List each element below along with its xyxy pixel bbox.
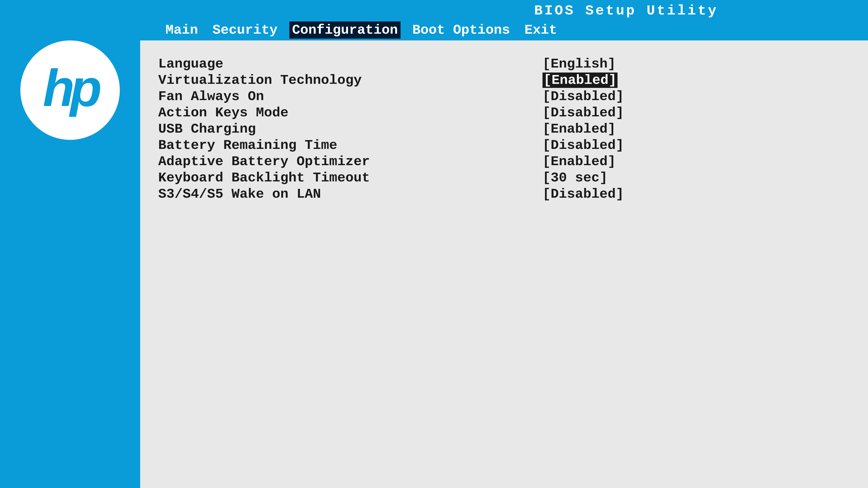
setting-label: Keyboard Backlight Timeout (158, 170, 542, 186)
tab-security[interactable]: Security (210, 22, 280, 39)
setting-value[interactable]: [Disabled] (542, 138, 624, 153)
setting-label: Fan Always On (158, 89, 542, 104)
setting-label: USB Charging (158, 121, 542, 137)
setting-language[interactable]: Language [English] (158, 56, 850, 72)
setting-virtualization[interactable]: Virtualization Technology [Enabled] (158, 72, 850, 88)
tab-exit[interactable]: Exit (522, 22, 560, 39)
settings-panel: Language [English] Virtualization Techno… (140, 40, 868, 488)
setting-action-keys[interactable]: Action Keys Mode [Disabled] (158, 105, 850, 121)
setting-label: Battery Remaining Time (158, 138, 542, 153)
bios-header: BIOS Setup Utility Main Security Configu… (0, 0, 868, 40)
setting-battery-time[interactable]: Battery Remaining Time [Disabled] (158, 138, 850, 153)
setting-value[interactable]: [30 sec] (542, 170, 608, 186)
setting-label: Action Keys Mode (158, 105, 542, 121)
main-area: hp Language [English] Virtualization Tec… (0, 40, 868, 488)
setting-value[interactable]: [Enabled] (542, 154, 616, 169)
setting-label: S3/S4/S5 Wake on LAN (158, 186, 542, 202)
setting-label: Language (158, 56, 542, 72)
tab-main[interactable]: Main (163, 22, 201, 39)
setting-fan[interactable]: Fan Always On [Disabled] (158, 89, 850, 104)
tabs-row: Main Security Configuration Boot Options… (0, 19, 868, 40)
tab-boot-options[interactable]: Boot Options (410, 22, 513, 39)
setting-keyboard-backlight[interactable]: Keyboard Backlight Timeout [30 sec] (158, 170, 850, 186)
setting-value[interactable]: [Enabled] (542, 72, 618, 88)
setting-wake-on-lan[interactable]: S3/S4/S5 Wake on LAN [Disabled] (158, 186, 850, 202)
tab-configuration[interactable]: Configuration (289, 22, 401, 39)
setting-value[interactable]: [English] (542, 56, 616, 72)
setting-label: Adaptive Battery Optimizer (158, 154, 542, 169)
setting-usb-charging[interactable]: USB Charging [Enabled] (158, 121, 850, 137)
sidebar: hp (0, 40, 140, 488)
setting-value[interactable]: [Disabled] (542, 89, 624, 104)
setting-value[interactable]: [Enabled] (542, 121, 616, 137)
hp-logo: hp (20, 40, 120, 140)
setting-battery-optimizer[interactable]: Adaptive Battery Optimizer [Enabled] (158, 154, 850, 169)
bios-title: BIOS Setup Utility (0, 3, 868, 19)
setting-label: Virtualization Technology (158, 72, 542, 88)
setting-value[interactable]: [Disabled] (542, 186, 624, 202)
hp-logo-text: hp (43, 58, 97, 118)
setting-value[interactable]: [Disabled] (542, 105, 624, 121)
